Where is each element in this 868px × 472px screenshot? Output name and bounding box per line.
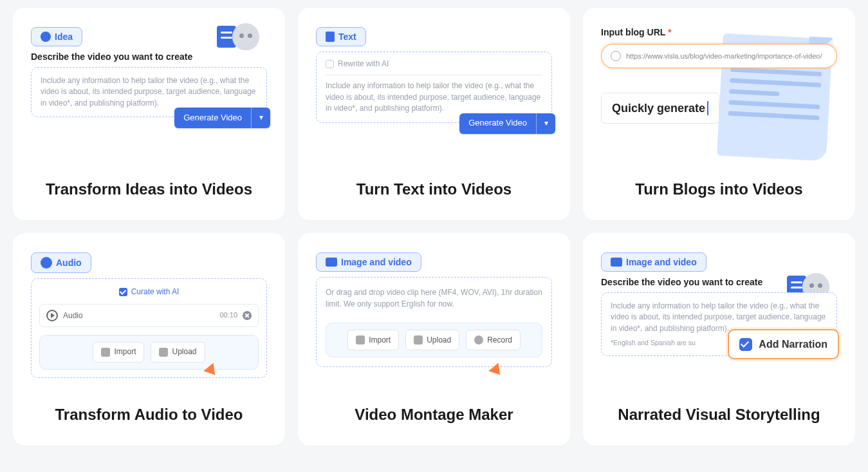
import-label: Import [114,346,136,357]
montage-tag: Image and video [316,252,421,272]
text-input-area: Rewrite with AI Include any information … [316,52,552,123]
montage-button-row: Import Upload Record [326,323,542,357]
play-icon[interactable] [46,310,58,321]
remove-icon[interactable] [243,311,252,320]
curate-label: Curate with AI [131,287,180,297]
dragdrop-text: Or drag and drop video clip here (MF4, W… [326,288,542,308]
file-text-icon [326,32,335,42]
audio-tag: Audio [31,252,91,273]
narration-placeholder: Include any information to help tailor t… [611,301,826,333]
record-icon [474,335,483,345]
import-icon [101,348,110,357]
robot-icon [232,23,259,50]
audio-wave-icon [41,257,52,269]
rewrite-label: Rewrite with AI [338,59,389,70]
card-idea-illustration: Idea Describe the video you want to crea… [31,27,267,162]
montage-tag-label: Image and video [341,257,412,267]
url-input-field[interactable]: https://www.visla.us/blog/video-marketin… [601,44,837,68]
required-asterisk: * [668,27,671,37]
narration-tag: Image and video [601,252,706,272]
rewrite-ai-row: Rewrite with AI [326,59,542,70]
idea-generate-button[interactable]: Generate Video ▾ [174,108,270,128]
quickgen-label: Quickly generate [612,102,705,115]
audio-button-row: Import Upload [39,335,259,369]
audio-track-row: Audio 00:10 [39,304,259,327]
import-label: Import [369,334,391,346]
doc-robot-decor [217,23,259,50]
card-audio[interactable]: Audio Curate with AI Audio 00:10 Import [13,233,285,446]
record-label: Record [487,334,512,346]
text-cursor-icon [707,101,708,115]
text-generate-label: Generate Video [459,113,536,134]
add-narration-label: Add Narration [759,337,827,352]
text-tag: Text [316,27,366,46]
upload-button[interactable]: Upload [151,342,205,362]
add-narration-pill[interactable]: Add Narration [728,329,839,359]
text-tag-label: Text [338,32,356,42]
audio-box: Curate with AI Audio 00:10 Import Uploa [31,278,267,378]
feature-card-grid: Idea Describe the video you want to crea… [13,8,855,446]
url-value: https://www.visla.us/blog/video-marketin… [626,52,822,60]
url-input-label: Input blog URL * [601,27,837,37]
text-placeholder: Include any information to help tailor t… [326,81,540,113]
image-video-icon [611,258,622,267]
card-narration[interactable]: Image and video Describe the video you w… [583,233,855,446]
idea-tag: Idea [31,27,82,46]
audio-tag-label: Audio [56,258,82,268]
card-montage-illustration: Image and video Or drag and drop video c… [316,252,552,388]
card-idea-title: Transform Ideas into Videos [31,180,267,198]
card-audio-illustration: Audio Curate with AI Audio 00:10 Import [31,252,267,388]
card-text-illustration: Text Rewrite with AI Include any informa… [316,27,552,162]
import-button[interactable]: Import [347,330,399,350]
card-narration-title: Narrated Visual Storytelling [601,406,837,424]
narration-tag-label: Image and video [626,257,697,267]
text-generate-button[interactable]: Generate Video ▾ [459,113,555,134]
import-icon [356,335,365,345]
idea-placeholder: Include any information to help tailor t… [41,76,255,108]
card-text[interactable]: Text Rewrite with AI Include any informa… [298,8,570,220]
card-blog-illustration: Input blog URL * https://www.visla.us/bl… [601,27,837,162]
checkbox-empty-icon[interactable] [326,60,334,68]
checkbox-checked-icon[interactable] [119,288,127,296]
audio-time: 00:10 [219,310,237,321]
chevron-down-icon[interactable]: ▾ [536,113,555,134]
upload-icon [159,348,168,357]
idea-generate-label: Generate Video [174,108,251,128]
url-label-text: Input blog URL [601,27,665,37]
curate-row: Curate with AI [39,287,259,297]
idea-tag-label: Idea [55,32,73,42]
card-idea[interactable]: Idea Describe the video you want to crea… [13,8,285,220]
record-button[interactable]: Record [466,330,521,350]
image-video-icon [326,258,337,267]
link-icon [611,51,621,61]
lightbulb-icon [41,32,51,42]
card-blog-title: Turn Blogs into Videos [601,180,837,198]
card-text-title: Turn Text into Videos [316,180,552,198]
narration-input-area: Include any information to help tailor t… [601,292,837,356]
card-audio-title: Transform Audio to Video [31,406,267,424]
card-montage-title: Video Montage Maker [316,406,552,424]
idea-input-area: Include any information to help tailor t… [31,67,267,117]
card-montage[interactable]: Image and video Or drag and drop video c… [298,233,570,446]
upload-button[interactable]: Upload [405,330,459,350]
chevron-down-icon[interactable]: ▾ [251,108,270,128]
quick-generate-text: Quickly generate [601,93,719,124]
upload-label: Upload [427,334,451,346]
dragdrop-area[interactable]: Or drag and drop video clip here (MF4, W… [316,277,552,367]
checkbox-checked-icon [739,338,752,351]
card-blog[interactable]: Input blog URL * https://www.visla.us/bl… [583,8,855,220]
upload-icon [414,335,423,345]
audio-track-label: Audio [63,310,83,321]
import-button[interactable]: Import [93,342,144,362]
upload-label: Upload [172,346,196,357]
card-narration-illustration: Image and video Describe the video you w… [601,252,837,388]
idea-subhead: Describe the video you want to create [31,52,267,62]
